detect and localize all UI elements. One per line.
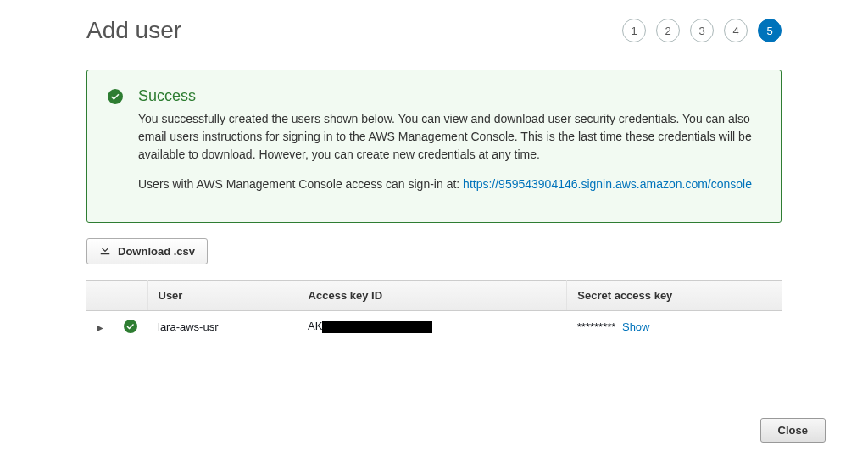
alert-signin-prefix: Users with AWS Management Console access… xyxy=(138,177,463,191)
col-status xyxy=(114,281,147,311)
check-circle-icon xyxy=(108,89,123,205)
alert-title: Success xyxy=(138,87,760,105)
secret-masked: ********* xyxy=(577,320,616,333)
access-key-prefix: AK xyxy=(308,320,322,332)
users-table: User Access key ID Secret access key ▶ l… xyxy=(86,280,782,342)
signin-url-link[interactable]: https://959543904146.signin.aws.amazon.c… xyxy=(463,177,752,191)
success-alert: Success You successfully created the use… xyxy=(86,70,782,223)
footer-bar: Close xyxy=(0,409,868,410)
step-4[interactable]: 4 xyxy=(724,19,748,42)
alert-signin: Users with AWS Management Console access… xyxy=(138,175,760,193)
cell-access-key-id: AK xyxy=(298,311,567,342)
show-secret-link[interactable]: Show xyxy=(622,320,650,333)
col-user: User xyxy=(147,281,298,311)
expand-caret-icon[interactable]: ▶ xyxy=(97,323,103,332)
page-title: Add user xyxy=(86,17,181,44)
download-icon xyxy=(99,244,111,259)
step-1[interactable]: 1 xyxy=(622,19,646,42)
table-row: ▶ lara-aws-usr AK ********* Show xyxy=(86,311,782,342)
step-2[interactable]: 2 xyxy=(656,19,680,42)
cell-username: lara-aws-usr xyxy=(147,311,298,342)
alert-paragraph-1: You successfully created the users shown… xyxy=(138,110,760,164)
download-csv-label: Download .csv xyxy=(118,245,195,258)
col-expand xyxy=(86,281,114,311)
cell-secret-access-key: ********* Show xyxy=(567,311,782,342)
access-key-redacted xyxy=(322,321,432,333)
step-3[interactable]: 3 xyxy=(690,19,714,42)
col-secret-access-key: Secret access key xyxy=(567,281,782,311)
col-access-key-id: Access key ID xyxy=(298,281,567,311)
wizard-steps: 1 2 3 4 5 xyxy=(622,19,782,42)
step-5[interactable]: 5 xyxy=(758,19,782,42)
row-status-icon xyxy=(114,311,147,342)
download-csv-button[interactable]: Download .csv xyxy=(86,238,208,264)
